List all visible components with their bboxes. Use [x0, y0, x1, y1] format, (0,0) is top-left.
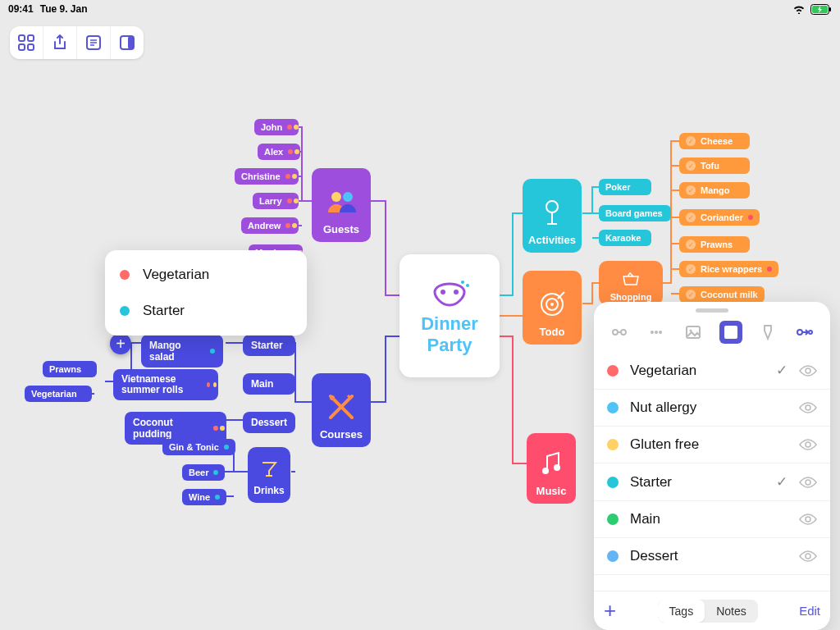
svg-point-38	[806, 517, 810, 522]
seg-tags[interactable]: Tags	[658, 600, 705, 623]
panel-tab-connections-icon[interactable]	[608, 321, 631, 344]
svg-point-11	[454, 290, 459, 294]
panel-tab-style-icon[interactable]	[756, 321, 779, 344]
guests-node[interactable]: Guests	[312, 168, 371, 242]
panel-tab-more-icon[interactable]	[645, 321, 668, 344]
visibility-icon[interactable]	[799, 513, 817, 526]
guest-node[interactable]: Larry	[253, 193, 299, 209]
courses-label: Courses	[320, 428, 363, 441]
shopping-item-node[interactable]: ✓Prawns	[679, 236, 750, 253]
drink-node[interactable]: Wine	[182, 489, 226, 505]
visibility-icon[interactable]	[799, 550, 817, 563]
tag-color-dot	[607, 550, 619, 562]
root-node[interactable]: Dinner Party	[399, 254, 500, 377]
svg-point-10	[441, 290, 445, 294]
tag-label: Starter	[630, 474, 672, 491]
activity-node[interactable]: Board games	[599, 205, 671, 221]
drink-node[interactable]: Gin & Tonic	[162, 439, 235, 455]
activity-node[interactable]: Karaoke	[599, 230, 651, 246]
tag-row[interactable]: Gluten free	[594, 427, 830, 463]
visibility-icon[interactable]	[799, 364, 817, 377]
svg-point-17	[546, 201, 558, 212]
activity-node[interactable]: Poker	[599, 179, 651, 195]
main-node[interactable]: Main	[243, 373, 295, 395]
svg-point-12	[461, 281, 464, 284]
panel-tab-image-icon[interactable]	[682, 321, 705, 344]
tooltip-tag-row: Vegetarian	[105, 257, 307, 293]
svg-point-23	[613, 330, 618, 335]
tags-panel[interactable]: # Vegetarian ✓ Nut allergy Gluten free S…	[594, 302, 830, 630]
svg-point-33	[809, 331, 812, 334]
panel-tab-link-icon[interactable]	[793, 321, 816, 344]
shopping-item-node[interactable]: ✓Coriander	[679, 209, 760, 226]
tag-label: Nut allergy	[630, 399, 696, 416]
visibility-icon[interactable]	[799, 476, 817, 489]
tag-row[interactable]: Vegetarian ✓	[594, 352, 830, 390]
guest-node[interactable]: Christine	[235, 168, 299, 185]
check-icon: ✓	[776, 473, 788, 491]
tag-row[interactable]: Nut allergy	[594, 390, 830, 427]
shopping-node[interactable]: Shopping	[599, 261, 663, 305]
tag-label: Main	[630, 511, 660, 527]
people-icon	[325, 185, 358, 218]
visibility-icon[interactable]	[799, 438, 817, 451]
add-node-button[interactable]: +	[110, 333, 131, 354]
panel-tab-tags-icon[interactable]: #	[719, 321, 742, 344]
panel-segment[interactable]: Tags Notes	[658, 600, 758, 623]
shopping-item-node[interactable]: ✓Tofu	[679, 158, 750, 174]
shopping-item-node[interactable]: ✓Coconut milk	[679, 286, 765, 303]
drink-node[interactable]: Beer	[182, 464, 225, 481]
courses-node[interactable]: Courses	[312, 373, 371, 447]
mask-icon	[427, 276, 472, 308]
tag-color-dot	[607, 402, 619, 413]
music-node[interactable]: Music	[527, 433, 576, 504]
drinks-node[interactable]: Drinks	[248, 447, 290, 503]
add-tag-button[interactable]: +	[604, 598, 616, 623]
svg-point-36	[806, 442, 810, 447]
svg-point-16	[330, 395, 335, 400]
svg-point-39	[806, 554, 810, 559]
cocktail-icon	[258, 459, 280, 480]
tag-row[interactable]: Starter ✓	[594, 463, 830, 501]
edit-button[interactable]: Edit	[799, 604, 820, 618]
tag-tooltip: VegetarianStarter	[105, 250, 307, 336]
target-icon	[536, 288, 568, 321]
starter-node[interactable]: Starter	[243, 335, 295, 356]
dessert-node[interactable]: Dessert	[243, 412, 295, 433]
svg-point-35	[806, 405, 810, 410]
tag-color-dot	[607, 365, 619, 377]
todo-node[interactable]: Todo	[523, 271, 582, 345]
tag-color-dot	[607, 514, 619, 525]
guest-node[interactable]: Andrew	[241, 217, 299, 234]
prawns-node[interactable]: Prawns	[43, 361, 97, 377]
svg-point-34	[806, 368, 810, 373]
guest-node[interactable]: John	[254, 119, 299, 135]
activities-node[interactable]: Activities	[523, 179, 582, 253]
guest-node[interactable]: Alex	[258, 144, 300, 160]
svg-point-27	[659, 331, 662, 334]
svg-point-22	[554, 464, 560, 471]
visibility-icon[interactable]	[799, 401, 817, 414]
svg-point-15	[343, 192, 353, 202]
shopping-item-node[interactable]: ✓Mango	[679, 182, 750, 199]
tag-list: Vegetarian ✓ Nut allergy Gluten free Sta…	[594, 352, 830, 591]
svg-point-20	[550, 303, 554, 306]
shopping-item-node[interactable]: ✓Rice wrappers	[679, 261, 778, 277]
svg-text:#: #	[728, 326, 734, 339]
panel-drag-handle[interactable]	[696, 308, 728, 313]
tag-row[interactable]: Dessert	[594, 538, 830, 575]
mango-salad-node[interactable]: Mango salad	[141, 335, 223, 368]
vegetarian-node[interactable]: Vegetarian	[25, 386, 92, 402]
shopping-item-node[interactable]: ✓Cheese	[679, 133, 750, 149]
tag-label: Dessert	[630, 548, 678, 564]
svg-point-32	[797, 330, 802, 335]
tag-row[interactable]: Main	[594, 501, 830, 538]
seg-notes[interactable]: Notes	[705, 600, 758, 623]
svg-point-24	[621, 330, 626, 335]
svg-point-26	[655, 331, 658, 334]
mic-icon	[536, 196, 568, 229]
tag-label: Gluten free	[630, 436, 699, 453]
guests-label: Guests	[323, 223, 359, 235]
summer-rolls-node[interactable]: Vietnamese summer rolls	[113, 369, 218, 400]
utensils-icon	[325, 390, 358, 423]
